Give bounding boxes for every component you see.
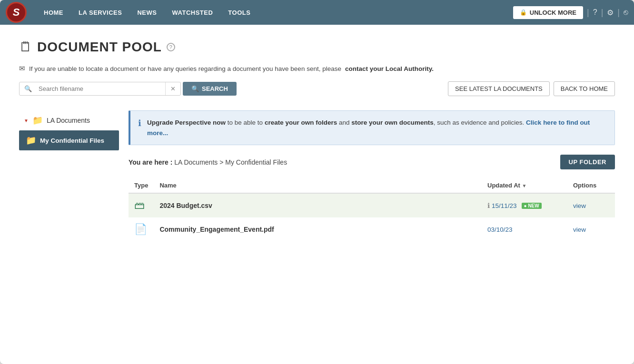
table-row: 📄 Community_Engagement_Event.pdf 03/10/2… [129, 217, 615, 241]
lock-icon: 🔒 [520, 9, 527, 16]
main-content: 🗒 DOCUMENT POOL ? ✉ If you are unable to… [0, 25, 634, 256]
row1-view-link[interactable]: view [573, 202, 586, 209]
search-button[interactable]: 🔍 SEARCH [183, 82, 237, 96]
search-row: 🔍 ✕ 🔍 SEARCH SEE LATEST LA DOCUMENTS BAC… [19, 81, 615, 96]
main-layout: ▼ 📁 LA Documents 📁 My Confidential Files… [19, 110, 615, 241]
search-box: 🔍 ✕ [19, 82, 181, 96]
upgrade-strong2: create your own folders [265, 119, 337, 126]
row1-date-cell: ℹ 15/11/23 ● NEW [482, 193, 567, 217]
sort-arrow-icon: ▼ [522, 183, 526, 188]
unlock-button[interactable]: 🔒 UNLOCK MORE [513, 6, 583, 19]
new-badge-text: NEW [528, 203, 539, 208]
col-options: Options [567, 177, 615, 193]
breadcrumb-label: You are here : [129, 158, 172, 166]
logo[interactable]: S [6, 2, 27, 23]
row2-type-cell: 📄 [129, 217, 154, 241]
search-actions-right: SEE LATEST LA DOCUMENTS BACK TO HOME [448, 81, 615, 96]
sidebar: ▼ 📁 LA Documents 📁 My Confidential Files [19, 110, 119, 241]
sidebar-confidential-item[interactable]: 📁 My Confidential Files [19, 130, 119, 150]
contact-text: contact your Local Authority. [345, 65, 434, 72]
row2-view-link[interactable]: view [573, 226, 586, 233]
title-info-icon[interactable]: ? [167, 43, 175, 51]
page-title: DOCUMENT POOL [37, 39, 162, 55]
row1-type-cell: 🗃 [129, 193, 154, 217]
nav-tools[interactable]: TOOLS [220, 0, 258, 25]
breadcrumb-row: You are here : LA Documents > My Confide… [129, 155, 615, 169]
search-clear-button[interactable]: ✕ [165, 82, 180, 95]
search-btn-label: SEARCH [202, 85, 228, 92]
folder-arrow-icon: ▼ [24, 118, 29, 123]
nav-home[interactable]: HOME [36, 0, 71, 25]
sidebar-root-folder[interactable]: ▼ 📁 LA Documents [19, 110, 119, 130]
upgrade-text3: , such as evidence and policies. [434, 119, 526, 126]
excel-icon: 🗃 [134, 199, 145, 211]
help-icon[interactable]: ? [593, 8, 597, 17]
row2-options-cell: view [567, 217, 615, 241]
upgrade-strong1: Upgrade Perspective now [147, 119, 226, 126]
row1-new-badge: ● NEW [522, 203, 542, 209]
row2-date: 03/10/23 [487, 226, 513, 233]
search-input[interactable] [37, 82, 165, 95]
see-latest-button[interactable]: SEE LATEST LA DOCUMENTS [448, 81, 550, 96]
col-updated[interactable]: Updated At ▼ [482, 177, 567, 193]
up-folder-button[interactable]: UP FOLDER [560, 155, 615, 169]
email-icon: ✉ [19, 64, 25, 73]
sidebar-sub-label: My Confidential Files [40, 137, 104, 144]
logo-text: S [13, 6, 20, 19]
upgrade-strong3: store your own documents [351, 119, 434, 126]
search-btn-icon: 🔍 [191, 85, 199, 92]
row1-options-cell: view [567, 193, 615, 217]
nav-watchsted[interactable]: WATCHSTED [164, 0, 220, 25]
nav-news[interactable]: NEWS [129, 0, 164, 25]
updated-label: Updated At [487, 182, 520, 189]
breadcrumb: You are here : LA Documents > My Confide… [129, 158, 287, 166]
unlock-label: UNLOCK MORE [530, 9, 576, 16]
document-pool-icon: 🗒 [19, 39, 32, 55]
col-name: Name [154, 177, 482, 193]
row1-filename: 2024 Budget.csv [159, 202, 212, 209]
nav-la-services[interactable]: LA SERVICES [71, 0, 129, 25]
info-text: If you are unable to locate a document o… [29, 65, 341, 72]
row2-name-cell: Community_Engagement_Event.pdf [154, 217, 482, 241]
document-table: Type Name Updated At ▼ Options [129, 177, 615, 241]
search-icon: 🔍 [20, 82, 37, 95]
upgrade-text2: and [337, 119, 351, 126]
upgrade-banner: ℹ Upgrade Perspective now to be able to … [129, 110, 615, 145]
nav-right: 🔒 UNLOCK MORE | ? | ⚙ | ⎋ [513, 6, 628, 19]
nav-links: HOME LA SERVICES NEWS WATCHSTED TOOLS [36, 0, 513, 25]
breadcrumb-path-text: LA Documents > My Confidential Files [174, 158, 287, 166]
folder-icon: 📁 [32, 115, 43, 126]
row2-date-cell: 03/10/23 [482, 217, 567, 241]
right-panel: ℹ Upgrade Perspective now to be able to … [129, 110, 615, 241]
table-row: 🗃 2024 Budget.csv ℹ 15/11/23 ● NEW [129, 193, 615, 217]
separator-3: | [617, 8, 620, 18]
col-type: Type [129, 177, 154, 193]
row1-info-icon[interactable]: ℹ [487, 202, 490, 209]
pdf-icon: 📄 [134, 223, 147, 235]
navbar: S HOME LA SERVICES NEWS WATCHSTED TOOLS … [0, 0, 634, 25]
page-title-row: 🗒 DOCUMENT POOL ? [19, 39, 615, 55]
row2-filename: Community_Engagement_Event.pdf [159, 226, 274, 233]
separator-2: | [601, 8, 604, 18]
back-home-button[interactable]: BACK TO HOME [554, 81, 615, 96]
settings-icon[interactable]: ⚙ [607, 8, 614, 17]
row1-name-cell: 2024 Budget.csv [154, 193, 482, 217]
upgrade-text1: to be able to [226, 119, 265, 126]
sidebar-root-label: LA Documents [47, 117, 90, 124]
row1-date: 15/11/23 [492, 202, 517, 209]
banner-info-icon: ℹ [138, 118, 141, 128]
separator-1: | [587, 8, 589, 18]
confidential-folder-icon: 📁 [26, 135, 36, 146]
banner-text: Upgrade Perspective now to be able to cr… [147, 118, 607, 138]
logout-icon[interactable]: ⎋ [624, 8, 628, 17]
info-row: ✉ If you are unable to locate a document… [19, 64, 615, 73]
